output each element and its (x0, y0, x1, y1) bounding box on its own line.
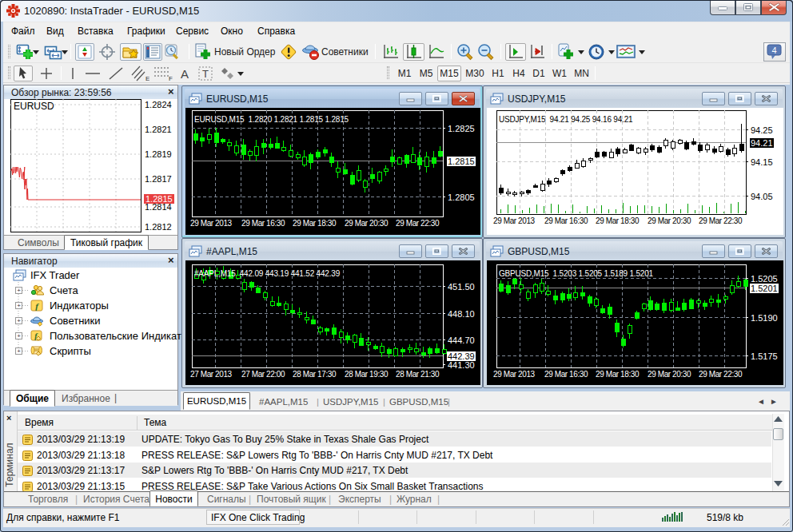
svg-text:4: 4 (771, 46, 776, 55)
svg-text:T: T (202, 68, 209, 80)
